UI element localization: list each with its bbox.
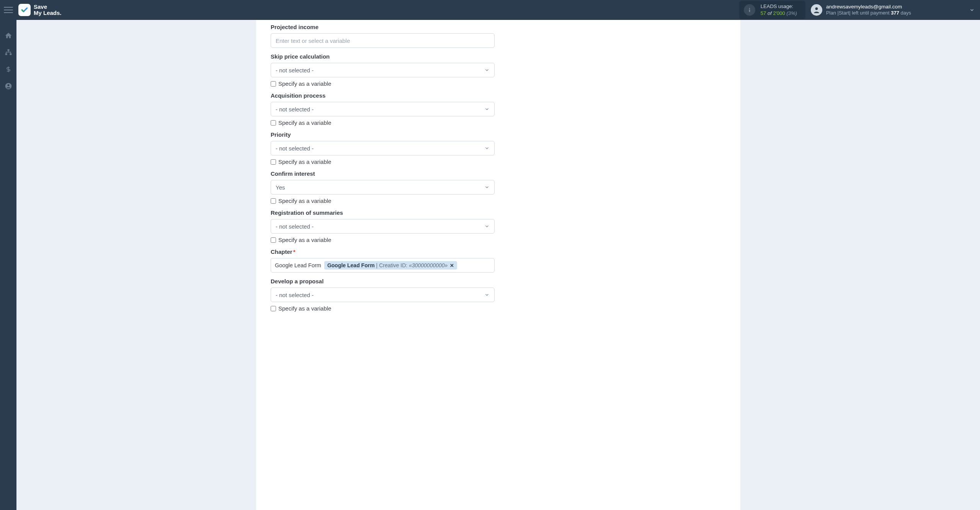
checkbox-acquisition-input[interactable]: [271, 120, 276, 126]
select-acquisition[interactable]: - not selected -: [271, 102, 495, 116]
account-text: andrewsavemyleads@gmail.com Plan |Start|…: [826, 3, 911, 16]
field-confirm-interest: Confirm interest Yes Specify as a variab…: [271, 170, 726, 204]
checkbox-registration-input[interactable]: [271, 237, 276, 243]
label-projected-income: Projected income: [271, 24, 726, 30]
svg-point-7: [7, 84, 9, 86]
svg-rect-3: [7, 49, 9, 51]
svg-rect-4: [5, 54, 7, 55]
chevron-down-icon: [484, 292, 490, 298]
usage-total: 2'000: [773, 10, 785, 16]
field-develop-proposal: Develop a proposal - not selected - Spec…: [271, 278, 726, 312]
checkbox-develop-proposal[interactable]: Specify as a variable: [271, 305, 726, 312]
checkbox-develop-proposal-label: Specify as a variable: [278, 305, 331, 312]
select-registration[interactable]: - not selected -: [271, 219, 495, 234]
form-panel: Projected income Skip price calculation …: [256, 20, 740, 510]
chevron-down-icon: [484, 185, 490, 190]
svg-point-2: [815, 7, 818, 10]
usage-label: LEADS usage:: [761, 3, 797, 10]
usage-count: 57: [761, 10, 766, 16]
checkbox-registration-label: Specify as a variable: [278, 237, 331, 243]
select-priority[interactable]: - not selected -: [271, 141, 495, 155]
home-icon: [5, 32, 12, 39]
label-acquisition: Acquisition process: [271, 92, 726, 99]
label-registration: Registration of summaries: [271, 209, 726, 216]
chevron-down-icon: [484, 67, 490, 73]
checkbox-acquisition[interactable]: Specify as a variable: [271, 119, 726, 126]
checkbox-confirm-interest-label: Specify as a variable: [278, 198, 331, 204]
checkbox-acquisition-label: Specify as a variable: [278, 119, 331, 126]
usage-text: LEADS usage: 57 of 2'000 (3%): [761, 3, 797, 16]
checkbox-priority-label: Specify as a variable: [278, 159, 331, 165]
main: Projected income Skip price calculation …: [16, 20, 980, 510]
chapter-tag: Google Lead Form | Creative ID: «3000000…: [324, 261, 457, 270]
select-priority-value: - not selected -: [276, 145, 314, 152]
checkbox-develop-proposal-input[interactable]: [271, 306, 276, 311]
sidebar-profile[interactable]: [4, 82, 13, 90]
user-circle-icon: [5, 82, 12, 90]
account-menu[interactable]: andrewsavemyleads@gmail.com Plan |Start|…: [811, 3, 911, 16]
checkbox-confirm-interest-input[interactable]: [271, 198, 276, 204]
select-skip-price[interactable]: - not selected -: [271, 63, 495, 77]
topbar: Save My Leads. LEADS usage: 57 of 2'000 …: [0, 0, 980, 20]
checkbox-confirm-interest[interactable]: Specify as a variable: [271, 198, 726, 204]
logo-mark: [18, 4, 31, 16]
checkbox-priority-input[interactable]: [271, 159, 276, 165]
checkbox-priority[interactable]: Specify as a variable: [271, 159, 726, 165]
field-skip-price: Skip price calculation - not selected - …: [271, 53, 726, 87]
chevron-down-icon: [484, 224, 490, 229]
select-acquisition-value: - not selected -: [276, 106, 314, 113]
menu-toggle[interactable]: [4, 5, 13, 15]
chapter-prefix: Google Lead Form: [274, 262, 322, 268]
sitemap-icon: [5, 49, 12, 56]
account-plan: Plan |Start| left until payment 377 days: [826, 10, 911, 16]
field-priority: Priority - not selected - Specify as a v…: [271, 131, 726, 165]
svg-point-0: [749, 8, 750, 9]
avatar-icon: [811, 4, 822, 16]
checkbox-skip-price-input[interactable]: [271, 81, 276, 87]
label-priority: Priority: [271, 131, 726, 138]
select-develop-proposal-value: - not selected -: [276, 292, 314, 298]
field-projected-income: Projected income: [271, 24, 726, 48]
input-projected-income[interactable]: [271, 33, 495, 48]
chapter-tag-remove[interactable]: ✕: [450, 263, 454, 268]
input-projected-income-field[interactable]: [276, 38, 490, 44]
field-chapter: Chapter* Google Lead Form Google Lead Fo…: [271, 248, 726, 273]
select-develop-proposal[interactable]: - not selected -: [271, 288, 495, 302]
input-chapter[interactable]: Google Lead Form Google Lead Form | Crea…: [271, 258, 495, 273]
field-registration: Registration of summaries - not selected…: [271, 209, 726, 243]
checkbox-skip-price[interactable]: Specify as a variable: [271, 80, 726, 87]
logo-text: Save My Leads.: [34, 4, 62, 16]
chevron-down-icon[interactable]: [969, 7, 975, 13]
svg-rect-5: [10, 54, 11, 55]
label-confirm-interest: Confirm interest: [271, 170, 726, 177]
checkbox-registration[interactable]: Specify as a variable: [271, 237, 726, 243]
label-skip-price: Skip price calculation: [271, 53, 726, 60]
usage-box[interactable]: LEADS usage: 57 of 2'000 (3%): [739, 1, 805, 19]
check-icon: [21, 6, 28, 14]
logo[interactable]: Save My Leads.: [18, 4, 62, 16]
account-email: andrewsavemyleads@gmail.com: [826, 3, 911, 10]
sidebar: [0, 20, 16, 510]
select-skip-price-value: - not selected -: [276, 67, 314, 74]
usage-pct: (3%): [785, 10, 797, 16]
select-confirm-interest[interactable]: Yes: [271, 180, 495, 195]
select-registration-value: - not selected -: [276, 223, 314, 230]
sidebar-connections[interactable]: [4, 48, 13, 57]
label-chapter: Chapter*: [271, 248, 726, 255]
chevron-down-icon: [484, 106, 490, 112]
sidebar-home[interactable]: [4, 31, 13, 40]
checkbox-skip-price-label: Specify as a variable: [278, 80, 331, 87]
info-icon: [744, 4, 755, 16]
field-acquisition: Acquisition process - not selected - Spe…: [271, 92, 726, 126]
svg-rect-1: [749, 10, 750, 12]
sidebar-billing[interactable]: [4, 65, 13, 74]
select-confirm-interest-value: Yes: [276, 184, 285, 191]
label-develop-proposal: Develop a proposal: [271, 278, 726, 284]
chevron-down-icon: [484, 145, 490, 151]
dollar-icon: [5, 65, 11, 73]
